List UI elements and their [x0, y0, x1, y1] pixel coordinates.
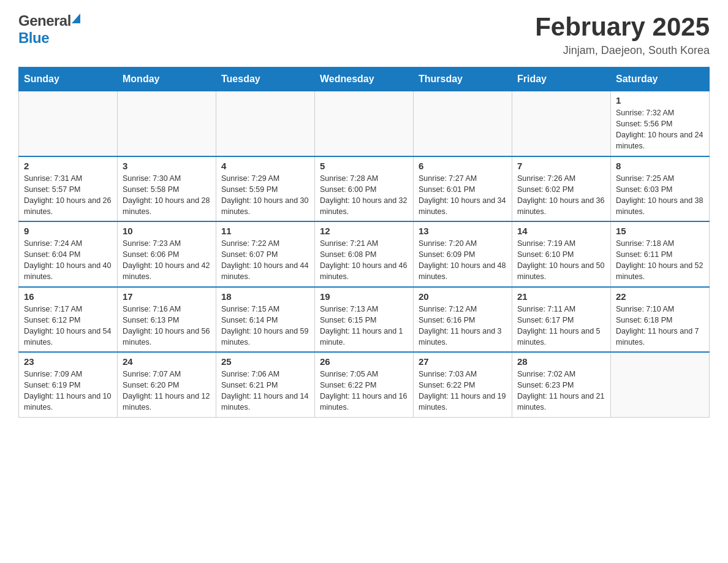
day-info: Sunrise: 7:16 AM Sunset: 6:13 PM Dayligh…: [123, 304, 211, 348]
day-info: Sunrise: 7:19 AM Sunset: 6:10 PM Dayligh…: [517, 238, 605, 283]
day-info: Sunrise: 7:20 AM Sunset: 6:09 PM Dayligh…: [419, 238, 507, 283]
day-number: 20: [419, 291, 507, 302]
calendar-cell: [611, 352, 710, 417]
calendar-cell: [315, 91, 414, 156]
logo: General Blue: [18, 12, 80, 47]
day-number: 18: [221, 291, 309, 302]
calendar-week-row: 16Sunrise: 7:17 AM Sunset: 6:12 PM Dayli…: [19, 287, 710, 353]
calendar-cell: [216, 91, 315, 156]
calendar-week-row: 2Sunrise: 7:31 AM Sunset: 5:57 PM Daylig…: [19, 156, 710, 222]
day-number: 12: [320, 226, 408, 236]
calendar-cell: 10Sunrise: 7:23 AM Sunset: 6:06 PM Dayli…: [118, 221, 216, 287]
day-number: 13: [419, 226, 507, 236]
day-number: 22: [616, 291, 704, 302]
day-number: 17: [123, 291, 211, 302]
day-of-week-header: Friday: [512, 67, 611, 91]
calendar-cell: 26Sunrise: 7:05 AM Sunset: 6:22 PM Dayli…: [315, 352, 414, 417]
day-of-week-header: Saturday: [611, 67, 710, 91]
day-number: 16: [24, 291, 112, 302]
calendar-cell: 4Sunrise: 7:29 AM Sunset: 5:59 PM Daylig…: [216, 156, 315, 222]
day-number: 15: [616, 226, 704, 236]
day-info: Sunrise: 7:11 AM Sunset: 6:17 PM Dayligh…: [517, 304, 605, 348]
day-info: Sunrise: 7:03 AM Sunset: 6:22 PM Dayligh…: [419, 369, 507, 413]
calendar-cell: 15Sunrise: 7:18 AM Sunset: 6:11 PM Dayli…: [611, 221, 710, 287]
day-of-week-header: Tuesday: [216, 67, 315, 91]
day-info: Sunrise: 7:05 AM Sunset: 6:22 PM Dayligh…: [320, 369, 408, 413]
calendar-cell: [414, 91, 512, 156]
day-number: 3: [123, 161, 211, 171]
calendar-cell: 8Sunrise: 7:25 AM Sunset: 6:03 PM Daylig…: [611, 156, 710, 222]
day-number: 21: [517, 291, 605, 302]
day-number: 27: [419, 356, 507, 367]
day-number: 24: [123, 356, 211, 367]
day-info: Sunrise: 7:31 AM Sunset: 5:57 PM Dayligh…: [24, 173, 112, 218]
calendar-cell: [19, 91, 118, 156]
calendar-cell: 23Sunrise: 7:09 AM Sunset: 6:19 PM Dayli…: [19, 352, 118, 417]
day-info: Sunrise: 7:06 AM Sunset: 6:21 PM Dayligh…: [221, 369, 309, 413]
day-number: 19: [320, 291, 408, 302]
day-number: 10: [123, 226, 211, 236]
month-title: February 2025: [535, 12, 710, 42]
logo-general-text: General: [18, 12, 71, 29]
calendar-cell: 6Sunrise: 7:27 AM Sunset: 6:01 PM Daylig…: [414, 156, 512, 222]
day-number: 23: [24, 356, 112, 367]
calendar-table: SundayMondayTuesdayWednesdayThursdayFrid…: [18, 67, 710, 418]
day-info: Sunrise: 7:13 AM Sunset: 6:15 PM Dayligh…: [320, 304, 408, 348]
day-info: Sunrise: 7:25 AM Sunset: 6:03 PM Dayligh…: [616, 173, 704, 218]
day-info: Sunrise: 7:02 AM Sunset: 6:23 PM Dayligh…: [517, 369, 605, 413]
calendar-cell: 7Sunrise: 7:26 AM Sunset: 6:02 PM Daylig…: [512, 156, 611, 222]
page-header: General Blue February 2025 Jinjam, Daeje…: [18, 12, 710, 57]
calendar-cell: 22Sunrise: 7:10 AM Sunset: 6:18 PM Dayli…: [611, 287, 710, 353]
day-number: 9: [24, 226, 112, 236]
day-number: 6: [419, 161, 507, 171]
day-info: Sunrise: 7:27 AM Sunset: 6:01 PM Dayligh…: [419, 173, 507, 218]
day-info: Sunrise: 7:32 AM Sunset: 5:56 PM Dayligh…: [616, 107, 704, 152]
calendar-header-row: SundayMondayTuesdayWednesdayThursdayFrid…: [19, 67, 710, 91]
calendar-cell: 18Sunrise: 7:15 AM Sunset: 6:14 PM Dayli…: [216, 287, 315, 353]
day-of-week-header: Monday: [118, 67, 216, 91]
logo-triangle-icon: [72, 13, 80, 23]
day-info: Sunrise: 7:22 AM Sunset: 6:07 PM Dayligh…: [221, 238, 309, 283]
day-info: Sunrise: 7:18 AM Sunset: 6:11 PM Dayligh…: [616, 238, 704, 283]
calendar-cell: 25Sunrise: 7:06 AM Sunset: 6:21 PM Dayli…: [216, 352, 315, 417]
calendar-week-row: 1Sunrise: 7:32 AM Sunset: 5:56 PM Daylig…: [19, 91, 710, 156]
calendar-cell: 19Sunrise: 7:13 AM Sunset: 6:15 PM Dayli…: [315, 287, 414, 353]
day-number: 4: [221, 161, 309, 171]
calendar-cell: 21Sunrise: 7:11 AM Sunset: 6:17 PM Dayli…: [512, 287, 611, 353]
day-number: 14: [517, 226, 605, 236]
day-of-week-header: Thursday: [414, 67, 512, 91]
calendar-cell: 13Sunrise: 7:20 AM Sunset: 6:09 PM Dayli…: [414, 221, 512, 287]
calendar-cell: 9Sunrise: 7:24 AM Sunset: 6:04 PM Daylig…: [19, 221, 118, 287]
day-info: Sunrise: 7:29 AM Sunset: 5:59 PM Dayligh…: [221, 173, 309, 218]
calendar-week-row: 9Sunrise: 7:24 AM Sunset: 6:04 PM Daylig…: [19, 221, 710, 287]
day-number: 7: [517, 161, 605, 171]
calendar-cell: 14Sunrise: 7:19 AM Sunset: 6:10 PM Dayli…: [512, 221, 611, 287]
day-info: Sunrise: 7:28 AM Sunset: 6:00 PM Dayligh…: [320, 173, 408, 218]
day-number: 11: [221, 226, 309, 236]
location-text: Jinjam, Daejeon, South Korea: [535, 44, 710, 57]
calendar-cell: 3Sunrise: 7:30 AM Sunset: 5:58 PM Daylig…: [118, 156, 216, 222]
calendar-cell: 11Sunrise: 7:22 AM Sunset: 6:07 PM Dayli…: [216, 221, 315, 287]
calendar-cell: 2Sunrise: 7:31 AM Sunset: 5:57 PM Daylig…: [19, 156, 118, 222]
day-number: 1: [616, 95, 704, 105]
day-info: Sunrise: 7:24 AM Sunset: 6:04 PM Dayligh…: [24, 238, 112, 283]
day-info: Sunrise: 7:15 AM Sunset: 6:14 PM Dayligh…: [221, 304, 309, 348]
day-of-week-header: Wednesday: [315, 67, 414, 91]
day-number: 2: [24, 161, 112, 171]
day-number: 26: [320, 356, 408, 367]
day-number: 8: [616, 161, 704, 171]
calendar-cell: 20Sunrise: 7:12 AM Sunset: 6:16 PM Dayli…: [414, 287, 512, 353]
day-info: Sunrise: 7:21 AM Sunset: 6:08 PM Dayligh…: [320, 238, 408, 283]
day-number: 25: [221, 356, 309, 367]
calendar-cell: 5Sunrise: 7:28 AM Sunset: 6:00 PM Daylig…: [315, 156, 414, 222]
calendar-cell: 28Sunrise: 7:02 AM Sunset: 6:23 PM Dayli…: [512, 352, 611, 417]
day-number: 28: [517, 356, 605, 367]
day-info: Sunrise: 7:09 AM Sunset: 6:19 PM Dayligh…: [24, 369, 112, 413]
calendar-cell: 24Sunrise: 7:07 AM Sunset: 6:20 PM Dayli…: [118, 352, 216, 417]
calendar-cell: 17Sunrise: 7:16 AM Sunset: 6:13 PM Dayli…: [118, 287, 216, 353]
calendar-cell: 27Sunrise: 7:03 AM Sunset: 6:22 PM Dayli…: [414, 352, 512, 417]
day-info: Sunrise: 7:10 AM Sunset: 6:18 PM Dayligh…: [616, 304, 704, 348]
calendar-cell: 16Sunrise: 7:17 AM Sunset: 6:12 PM Dayli…: [19, 287, 118, 353]
day-of-week-header: Sunday: [19, 67, 118, 91]
day-info: Sunrise: 7:07 AM Sunset: 6:20 PM Dayligh…: [123, 369, 211, 413]
